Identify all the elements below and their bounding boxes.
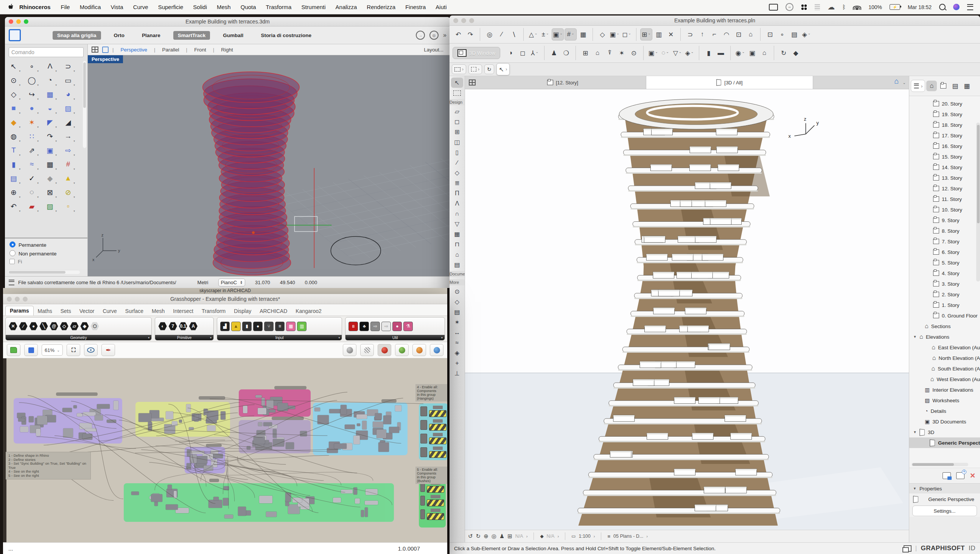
tree-hscrollbar[interactable] (912, 463, 968, 466)
gh-component[interactable] (317, 415, 329, 424)
publisher-tab[interactable]: ▦ (961, 81, 972, 91)
trim-tool-icon[interactable]: ◢ (62, 117, 74, 127)
zoom-in-icon[interactable]: ⊕ (484, 533, 488, 540)
pen-value[interactable]: N/A (547, 533, 555, 539)
render-tool-icon[interactable]: ▧ (44, 201, 56, 212)
layout-button[interactable]: Layout... (421, 47, 447, 53)
undo-icon[interactable]: ↶ (453, 29, 464, 40)
group-title-bar[interactable] (209, 479, 219, 482)
marquee-3d-icon[interactable]: ◌ (660, 47, 671, 59)
roof-tool-icon[interactable]: Λ (451, 198, 463, 209)
gh-component[interactable] (258, 422, 262, 427)
snap-guides-icon[interactable]: ± (539, 29, 551, 40)
gh-component[interactable] (395, 405, 401, 411)
camera-path-icon[interactable]: ⍒ (604, 47, 615, 59)
block-3d-icon[interactable]: ◻ (517, 47, 528, 59)
pen-set-icon[interactable]: ◆ (540, 533, 543, 539)
interior-elevations-item[interactable]: ▥Interior Elevations (909, 384, 980, 395)
gh-component[interactable] (107, 420, 116, 423)
axis-3d-icon[interactable]: ⅄ (529, 47, 540, 59)
gh-tab-curve[interactable]: Curve (99, 307, 121, 315)
gh-component[interactable] (341, 490, 353, 494)
properties-header[interactable]: ▼ Properties (909, 483, 980, 494)
tool-grid-scrollbar[interactable] (83, 61, 86, 148)
story-item-10[interactable]: 10. Story (909, 204, 980, 215)
param-surface-icon[interactable]: ▱ (70, 322, 79, 331)
viewport-name-badge[interactable]: Perspective (88, 55, 123, 63)
fillet-icon[interactable]: ◠ (721, 29, 732, 40)
guide-line-icon[interactable]: △ (527, 29, 539, 40)
gh-component[interactable] (366, 489, 378, 495)
block-tool-icon[interactable]: ▤ (8, 173, 19, 183)
save-file-button[interactable] (24, 344, 38, 356)
story-item-13[interactable]: 13. Story (909, 173, 980, 183)
gh-component[interactable] (63, 428, 73, 438)
gh-component[interactable] (113, 401, 118, 410)
story-item-2[interactable]: 2. Story (909, 289, 980, 300)
group-title-bar[interactable] (206, 444, 222, 447)
camera-tool-icon[interactable]: ⊥ (451, 368, 463, 379)
gh-component[interactable] (194, 414, 199, 422)
gh-component[interactable] (20, 427, 29, 432)
story-item-1[interactable]: 1. Story (909, 300, 980, 310)
gh-tab-sets[interactable]: Sets (56, 307, 75, 315)
pyramid-tool-icon[interactable]: ▲ (62, 173, 74, 183)
story-item-16[interactable]: 16. Story (909, 141, 980, 151)
gh-component[interactable] (189, 427, 194, 430)
navigator-popup-icon[interactable] (894, 80, 903, 86)
gh-component[interactable] (263, 422, 272, 426)
select-tool-icon[interactable]: ↖ (8, 61, 19, 72)
tab-overview-icon[interactable] (469, 80, 476, 86)
gh-component[interactable] (238, 507, 245, 516)
camera-icon[interactable]: ◉ (735, 47, 746, 59)
data-dam-icon[interactable]: ● (392, 322, 402, 331)
story-item-15[interactable]: 15. Story (909, 151, 980, 162)
paint-wire-button[interactable]: ✒ (102, 344, 115, 356)
gh-component[interactable] (62, 408, 72, 412)
gh-component[interactable] (83, 412, 96, 416)
hazard-toggle[interactable] (427, 500, 444, 506)
revolve-tool-icon[interactable]: ◒ (44, 103, 56, 113)
tab-parallel[interactable]: Parallel (159, 47, 182, 53)
gh-component[interactable] (373, 422, 383, 428)
archicad-3d-viewport[interactable]: zyx (465, 89, 909, 530)
radio-permanente[interactable] (10, 242, 16, 247)
gh-component[interactable] (151, 494, 162, 502)
gh-component[interactable] (85, 428, 96, 431)
gh-component[interactable] (37, 416, 47, 425)
tab-front[interactable]: Front (191, 47, 209, 53)
param-mesh-icon[interactable]: ◈ (80, 322, 89, 331)
flow-tool-icon[interactable]: ≈ (26, 159, 37, 170)
delete-icon[interactable]: ✕ (970, 471, 975, 480)
gh-component[interactable] (179, 420, 182, 423)
menu-quota[interactable]: Quota (241, 4, 256, 10)
3d-folder[interactable]: ▼3D (909, 427, 980, 438)
toggle-snap-griglia[interactable]: Snap alla griglia (52, 31, 101, 40)
split-tool-icon[interactable]: ◤ (44, 117, 56, 127)
bluetooth-icon[interactable]: ᛒ (842, 4, 846, 10)
tab-3d-all[interactable]: [3D / All] (646, 76, 813, 89)
group-title-bar[interactable] (199, 396, 225, 400)
geometry-group-label[interactable]: Geometry (6, 335, 151, 340)
menu-superficie[interactable]: Superficie (158, 4, 183, 10)
story-item-9[interactable]: 9. Story (909, 215, 980, 226)
gh-component[interactable] (327, 448, 338, 453)
point-tool-icon[interactable]: ∘ (26, 61, 37, 72)
new-shape-icon[interactable]: ◆ (790, 47, 802, 59)
arrange-tool-icon[interactable]: ▣ (44, 145, 56, 156)
window-tool-icon[interactable]: ⊞ (451, 127, 463, 137)
menu-renderizza[interactable]: Renderizza (367, 4, 395, 10)
preview-eye-button[interactable] (84, 344, 98, 356)
maximize-viewport-icon[interactable] (102, 46, 108, 53)
param-number-icon[interactable]: 0.1 (178, 322, 187, 331)
menu-strumenti[interactable]: Strumenti (301, 4, 325, 10)
gh-component[interactable] (224, 515, 233, 518)
zoom-back-icon[interactable]: ↺ (468, 533, 473, 540)
status-menu-icon[interactable] (9, 280, 14, 285)
zoom-level-dropdown[interactable]: 61%⌄ (41, 344, 63, 356)
gh-component[interactable] (73, 405, 77, 408)
grasshopper-canvas[interactable]: 1 - Define shape in Rhino 2 - Define sto… (3, 358, 447, 542)
arrow-tool-icon[interactable]: ↖ (451, 78, 463, 88)
zoom-extents-button[interactable]: ⛶ (67, 344, 80, 356)
gh-tab-maths[interactable]: Maths (34, 307, 56, 315)
